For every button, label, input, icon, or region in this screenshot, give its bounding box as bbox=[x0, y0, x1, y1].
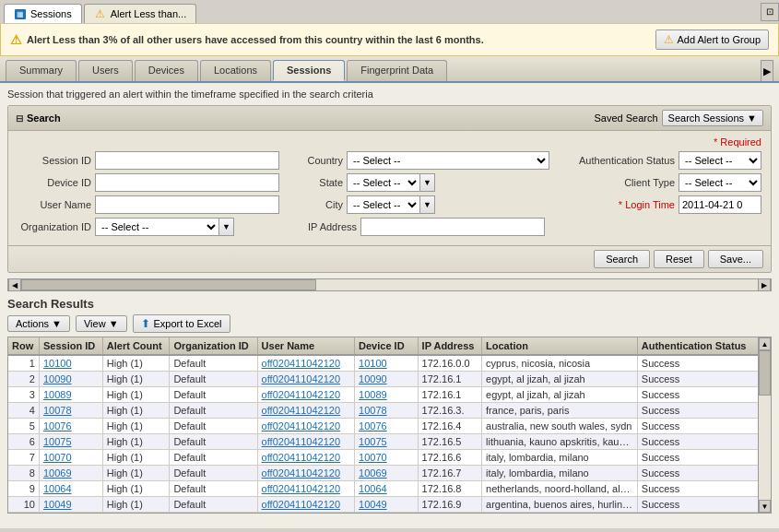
session-id-input[interactable] bbox=[95, 151, 279, 170]
org-id-select[interactable]: -- Select -- bbox=[95, 218, 219, 236]
cell-device-id[interactable]: 10070 bbox=[355, 450, 419, 466]
cell-device-id[interactable]: 10090 bbox=[355, 372, 419, 387]
saved-search-button[interactable]: Search Sessions ▼ bbox=[662, 110, 763, 126]
col-session-id[interactable]: Session ID bbox=[39, 337, 102, 355]
login-time-input[interactable] bbox=[679, 195, 761, 214]
city-select[interactable]: -- Select -- bbox=[347, 195, 420, 214]
cell-session-id[interactable]: 10049 bbox=[39, 497, 102, 513]
cell-user-name[interactable]: off020411042120 bbox=[257, 450, 354, 466]
cell-user-name[interactable]: off020411042120 bbox=[257, 372, 354, 387]
export-to-excel-button[interactable]: ⬆ Export to Excel bbox=[133, 314, 230, 333]
cell-session-id[interactable]: 10076 bbox=[39, 419, 102, 434]
nav-scroll-right[interactable]: ▶ bbox=[761, 60, 773, 81]
table-row[interactable]: 1010049High (1)Defaultoff020411042120100… bbox=[8, 497, 771, 513]
table-row[interactable]: 910064High (1)Defaultoff0204110421201006… bbox=[8, 481, 771, 497]
scroll-down-button[interactable]: ▼ bbox=[759, 500, 771, 513]
cell-device-id[interactable]: 10078 bbox=[355, 403, 419, 419]
city-select-dropdown-btn[interactable]: ▼ bbox=[420, 195, 435, 214]
table-row[interactable]: 610075High (1)Defaultoff0204110421201007… bbox=[8, 434, 771, 450]
auth-status-select[interactable]: -- Select -- bbox=[679, 151, 761, 170]
cell-user-name[interactable]: off020411042120 bbox=[257, 387, 354, 403]
cell-user-name[interactable]: off020411042120 bbox=[257, 434, 354, 450]
cell-device-id[interactable]: 10089 bbox=[355, 387, 419, 403]
cell-session-id[interactable]: 10064 bbox=[39, 481, 102, 497]
col-ip-address[interactable]: IP Address bbox=[418, 337, 481, 355]
collapse-icon[interactable]: ⊟ bbox=[16, 113, 23, 124]
cell-device-id[interactable]: 10075 bbox=[355, 434, 419, 450]
table-row[interactable]: 210090High (1)Defaultoff0204110421201009… bbox=[8, 372, 771, 387]
col-auth-status[interactable]: Authentication Status bbox=[637, 337, 770, 355]
add-alert-to-group-button[interactable]: ⚠ Add Alert to Group bbox=[655, 30, 770, 50]
device-id-input[interactable] bbox=[95, 173, 279, 192]
v-scroll-track[interactable] bbox=[759, 350, 771, 500]
cell-user-name[interactable]: off020411042120 bbox=[257, 355, 354, 372]
page-description: Session that triggered an alert within t… bbox=[7, 89, 772, 100]
scroll-right-button[interactable]: ▶ bbox=[758, 278, 771, 291]
cell-session-id[interactable]: 10070 bbox=[39, 450, 102, 466]
actions-button[interactable]: Actions ▼ bbox=[7, 315, 70, 332]
tab-summary[interactable]: Summary bbox=[6, 60, 77, 81]
save-button[interactable]: Save... bbox=[708, 250, 763, 268]
client-type-select[interactable]: -- Select -- bbox=[679, 173, 761, 192]
tab-users-label: Users bbox=[92, 65, 119, 76]
tab-devices-label: Devices bbox=[148, 65, 184, 76]
state-select-dropdown-btn[interactable]: ▼ bbox=[420, 173, 435, 192]
view-dropdown-icon: ▼ bbox=[109, 318, 119, 329]
cell-location: france, paris, paris bbox=[482, 403, 638, 419]
col-alert-count[interactable]: Alert Count bbox=[102, 337, 170, 355]
tab-locations[interactable]: Locations bbox=[200, 60, 271, 81]
scroll-thumb[interactable] bbox=[21, 279, 316, 290]
country-select[interactable]: -- Select -- bbox=[347, 151, 549, 170]
user-name-input[interactable] bbox=[95, 195, 279, 214]
cell-device-id[interactable]: 10069 bbox=[355, 466, 419, 481]
col-location[interactable]: Location bbox=[482, 337, 638, 355]
cell-location: egypt, al jizah, al jizah bbox=[482, 387, 638, 403]
cell-org-id: Default bbox=[170, 481, 257, 497]
scroll-up-button[interactable]: ▲ bbox=[759, 337, 771, 350]
scroll-track[interactable] bbox=[21, 279, 758, 290]
org-id-dropdown-btn[interactable]: ▼ bbox=[219, 218, 234, 236]
table-row[interactable]: 510076High (1)Defaultoff0204110421201007… bbox=[8, 419, 771, 434]
v-scroll-thumb[interactable] bbox=[759, 350, 771, 396]
window-tab-alert[interactable]: ⚠ Alert Less than... bbox=[84, 4, 197, 23]
cell-device-id[interactable]: 10049 bbox=[355, 497, 419, 513]
horizontal-scrollbar[interactable]: ◀ ▶ bbox=[7, 278, 772, 291]
cell-session-id[interactable]: 10089 bbox=[39, 387, 102, 403]
tab-users[interactable]: Users bbox=[78, 60, 133, 81]
cell-row: 2 bbox=[8, 372, 39, 387]
scroll-left-button[interactable]: ◀ bbox=[8, 278, 21, 291]
cell-user-name[interactable]: off020411042120 bbox=[257, 466, 354, 481]
cell-session-id[interactable]: 10078 bbox=[39, 403, 102, 419]
table-row[interactable]: 310089High (1)Defaultoff0204110421201008… bbox=[8, 387, 771, 403]
cell-user-name[interactable]: off020411042120 bbox=[257, 497, 354, 513]
cell-session-id[interactable]: 10100 bbox=[39, 355, 102, 372]
view-button[interactable]: View ▼ bbox=[76, 315, 127, 332]
cell-session-id[interactable]: 10069 bbox=[39, 466, 102, 481]
col-device-id[interactable]: Device ID bbox=[355, 337, 419, 355]
table-row[interactable]: 710070High (1)Defaultoff0204110421201007… bbox=[8, 450, 771, 466]
table-row[interactable]: 110100High (1)Defaultoff0204110421201010… bbox=[8, 355, 771, 372]
reset-button[interactable]: Reset bbox=[654, 250, 704, 268]
vertical-scrollbar[interactable]: ▲ ▼ bbox=[758, 337, 771, 513]
table-row[interactable]: 410078High (1)Defaultoff0204110421201007… bbox=[8, 403, 771, 419]
window-tab-sessions[interactable]: ▦ Sessions bbox=[4, 4, 82, 23]
cell-location: cyprus, nicosia, nicosia bbox=[482, 355, 638, 372]
search-button[interactable]: Search bbox=[594, 250, 650, 268]
cell-user-name[interactable]: off020411042120 bbox=[257, 419, 354, 434]
cell-session-id[interactable]: 10075 bbox=[39, 434, 102, 450]
tab-sessions[interactable]: Sessions bbox=[273, 60, 345, 81]
cell-device-id[interactable]: 10064 bbox=[355, 481, 419, 497]
col-org-id[interactable]: Organization ID bbox=[170, 337, 257, 355]
cell-user-name[interactable]: off020411042120 bbox=[257, 403, 354, 419]
cell-device-id[interactable]: 10076 bbox=[355, 419, 419, 434]
cell-device-id[interactable]: 10100 bbox=[355, 355, 419, 372]
col-user-name[interactable]: User Name bbox=[257, 337, 354, 355]
tab-devices[interactable]: Devices bbox=[135, 60, 198, 81]
tab-fingerprint[interactable]: Fingerprint Data bbox=[347, 60, 447, 81]
ip-address-input[interactable] bbox=[360, 218, 545, 236]
state-select[interactable]: -- Select -- bbox=[347, 173, 420, 192]
window-corner-button[interactable]: ⊡ bbox=[761, 3, 779, 21]
cell-user-name[interactable]: off020411042120 bbox=[257, 481, 354, 497]
cell-session-id[interactable]: 10090 bbox=[39, 372, 102, 387]
table-row[interactable]: 810069High (1)Defaultoff0204110421201006… bbox=[8, 466, 771, 481]
